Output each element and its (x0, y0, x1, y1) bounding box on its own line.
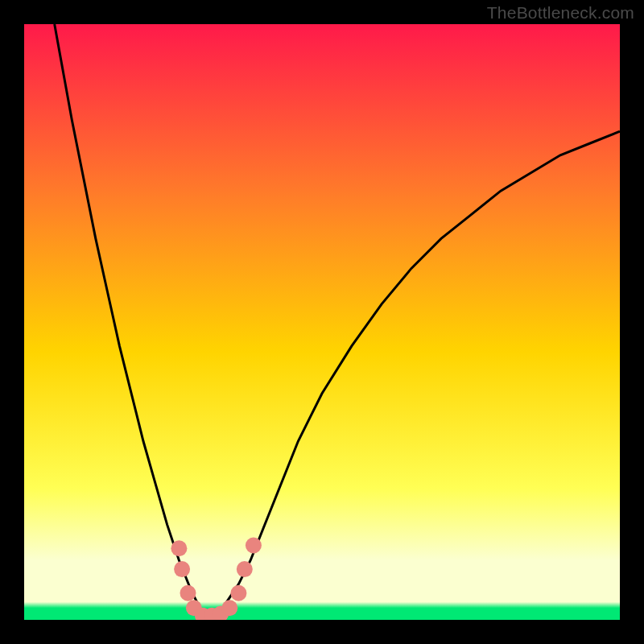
data-marker (171, 540, 187, 556)
bottleneck-curve (55, 24, 620, 620)
data-marker (180, 585, 196, 601)
data-marker (246, 538, 262, 554)
curve-layer (24, 24, 620, 620)
watermark-text: TheBottleneck.com (487, 3, 634, 23)
data-marker (221, 600, 237, 616)
plot-area (24, 24, 620, 620)
data-markers (171, 538, 262, 621)
chart-frame: TheBottleneck.com (0, 0, 644, 644)
data-marker (174, 561, 190, 577)
data-marker (237, 561, 253, 577)
data-marker (230, 585, 246, 601)
